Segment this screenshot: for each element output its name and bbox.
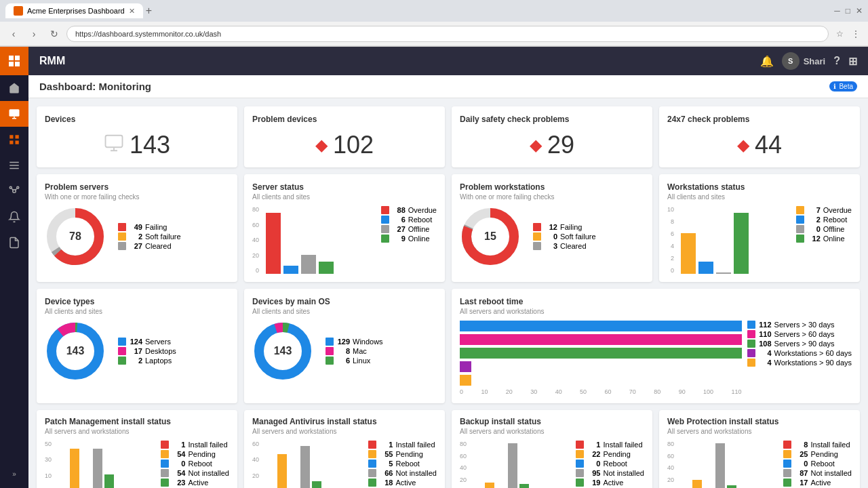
sidebar-item-dashboard[interactable] (0, 127, 28, 152)
server-status-title: Server status (252, 182, 437, 192)
overdue-label: Overdue (408, 206, 437, 214)
managed-av-title: Managed Antivirus install status (252, 417, 437, 426)
star-icon[interactable]: ☆ (833, 27, 846, 41)
sidebar-item-alerts[interactable] (0, 204, 28, 230)
servers-dot (118, 338, 126, 346)
daily-safety-value: ◆ 29 (460, 131, 644, 159)
info-icon: ℹ (833, 83, 836, 90)
maximize-button[interactable]: □ (846, 6, 850, 16)
minimize-button[interactable]: ─ (834, 6, 840, 16)
cleared-label: Cleared (145, 242, 172, 250)
ws-online-dot (796, 235, 804, 243)
ws-overdue-label: Overdue (823, 206, 852, 214)
svg-rect-4 (9, 109, 20, 117)
sidebar-expand-button[interactable]: » (0, 464, 28, 483)
sidebar-logo (0, 47, 28, 75)
os-mac: 8 Mac (326, 347, 437, 355)
help-icon[interactable]: ? (833, 55, 840, 67)
x-40: 40 (555, 388, 562, 395)
offline-bar (301, 255, 316, 274)
s90-label: Servers > 90 days (774, 340, 835, 348)
linux-label: Linux (353, 357, 370, 365)
devices-by-os-card: Devices by main OS All clients and sites… (244, 289, 445, 403)
sidebar-item-reports[interactable] (0, 230, 28, 256)
pm-notinstalled-count: 54 (172, 469, 185, 477)
legend-overdue: 88 Overdue (381, 206, 437, 214)
backup-pending-count: 22 (587, 450, 600, 458)
s30-count: 112 (758, 321, 772, 329)
av-legend: 1 Install failed 55 Pending 5 (368, 441, 437, 487)
devices-card[interactable]: Devices 143 (37, 106, 237, 167)
settings-icon[interactable]: ⋮ (849, 27, 863, 41)
av-notinstalled-count: 66 (379, 469, 393, 477)
x-90: 90 (679, 388, 686, 395)
wp-reboot-label: Reboot (810, 460, 834, 468)
w60-count: 4 (758, 349, 772, 357)
close-button[interactable]: ✕ (856, 6, 863, 16)
backup-notinstalled-count: 95 (587, 469, 600, 477)
address-bar[interactable]: https://dashboard.systemmonitor.co.uk/da… (66, 26, 829, 42)
reboot-dot (381, 216, 389, 224)
tab-close[interactable]: ✕ (129, 7, 135, 16)
notification-icon[interactable]: 🔔 (760, 55, 774, 68)
reboot-bar-s90 (460, 348, 742, 359)
browser-tab[interactable]: Acme Enterprises Dashboard ✕ (5, 3, 143, 18)
daily-safety-card[interactable]: Daily safety check problems ◆ 29 (452, 106, 652, 167)
svg-point-14 (17, 186, 19, 188)
beta-badge: ℹ Beta (829, 81, 857, 92)
offline-count: 27 (392, 225, 406, 233)
topbar: RMM 🔔 S Shari ? ⊞ (28, 47, 868, 75)
new-tab-button[interactable]: + (146, 5, 152, 17)
forward-button[interactable]: › (26, 26, 42, 42)
browser-icons: ☆ ⋮ (833, 27, 863, 41)
desktops-count: 17 (129, 347, 142, 355)
av-active-bar (312, 481, 321, 488)
sidebar-item-home[interactable] (0, 75, 28, 101)
problem-devices-card[interactable]: Problem devices ◆ 102 (244, 106, 445, 167)
beta-label: Beta (839, 83, 853, 90)
av-active-count: 18 (379, 479, 393, 487)
wp-active-label: Active (810, 479, 831, 487)
sidebar-item-devices[interactable] (0, 101, 28, 127)
user-menu[interactable]: S Shari (782, 52, 826, 70)
back-button[interactable]: ‹ (5, 26, 22, 42)
check-24x7-card[interactable]: 24x7 check problems ◆ 44 (659, 106, 860, 167)
av-notinstalled-dot (368, 469, 376, 477)
ws-y-10: 10 (667, 206, 674, 213)
ws-online-bar (734, 213, 749, 274)
sidebar-item-topology[interactable] (0, 178, 28, 204)
pm-failed: 1 Install failed (161, 441, 229, 449)
warning-icon-red: ◆ (315, 136, 328, 155)
ws-reboot-dot (796, 216, 804, 224)
problem-servers-title: Problem servers (45, 182, 229, 192)
svg-rect-8 (16, 141, 19, 144)
backup-chart: 80 60 40 20 0 (460, 441, 644, 488)
soft-failure-label: Soft failure (145, 232, 181, 241)
sidebar-item-filter[interactable] (0, 152, 28, 178)
online-count: 9 (392, 235, 406, 243)
backup-failed: 1 Install failed (576, 441, 644, 449)
cleared-dot (118, 242, 126, 250)
av-reboot: 5 Reboot (368, 460, 437, 468)
mac-label: Mac (353, 347, 367, 355)
refresh-button[interactable]: ↻ (46, 26, 62, 42)
cleared-count: 27 (129, 242, 142, 250)
av-notinstalled-label: Not installed (395, 469, 437, 477)
failing-label: Failing (145, 223, 167, 231)
svg-rect-1 (15, 56, 20, 60)
svg-point-13 (9, 186, 12, 188)
wp-active-count: 17 (794, 479, 808, 487)
av-reboot-count: 5 (379, 460, 393, 468)
devices-by-os-donut: 143 (252, 321, 313, 382)
warning-icon-24x7: ◆ (737, 136, 749, 155)
wp-pending-label: Pending (810, 450, 837, 458)
patch-bars (58, 441, 155, 488)
backup-active-label: Active (603, 479, 623, 487)
grid-icon[interactable]: ⊞ (848, 55, 857, 68)
wp-notinstalled-label: Not installed (810, 469, 852, 477)
ws-legend-cleared: 3 Cleared (533, 242, 644, 250)
dashboard-grid: Devices 143 Problem devices ◆ 102 (28, 98, 868, 488)
legend-reboot: 6 Reboot (381, 216, 437, 224)
av-pending: 55 Pending (368, 450, 437, 458)
workstations-status-chart: 10 8 6 4 2 0 (667, 206, 852, 274)
